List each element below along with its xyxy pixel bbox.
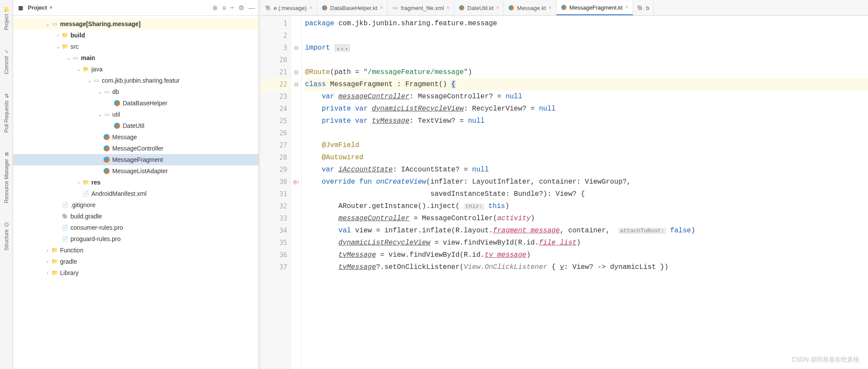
code-line[interactable]: @JvmField (305, 139, 868, 151)
code-line[interactable]: @Autowired (305, 151, 868, 164)
line-number[interactable]: 30 (261, 176, 291, 188)
line-number[interactable]: 35 (261, 237, 291, 249)
tree-node-java[interactable]: ⌄📁java (13, 64, 258, 75)
code-line[interactable]: private var tvMessage: TextView? = null (305, 115, 868, 127)
gutter-mark[interactable]: ◎↑ (291, 176, 301, 188)
line-number[interactable]: 29 (261, 164, 291, 176)
tool-window-commit[interactable]: Commit✓ (3, 46, 10, 77)
line-number[interactable]: 24 (261, 103, 291, 115)
expand-arrow-icon[interactable]: ⌄ (97, 89, 103, 95)
toolbar-icon-4[interactable]: — (248, 4, 255, 12)
expand-arrow-icon[interactable]: ⌄ (65, 55, 71, 61)
project-view-selector[interactable]: ▦ Project ▼ (17, 4, 210, 12)
gutter-mark[interactable] (291, 212, 301, 225)
expand-arrow-icon[interactable]: › (44, 270, 50, 275)
tree-node-main[interactable]: ⌄▭main (13, 52, 258, 64)
line-number[interactable]: 33 (261, 212, 291, 225)
code-line[interactable]: import ... (305, 42, 868, 54)
gutter-mark[interactable] (291, 30, 301, 42)
expand-arrow-icon[interactable]: ⌄ (97, 112, 103, 117)
code-line[interactable]: messageController = MessageController(ac… (305, 212, 868, 225)
code-line[interactable]: class MessageFragment : Fragment() { (305, 78, 868, 91)
expand-arrow-icon[interactable]: ⌄ (86, 78, 92, 84)
tree-node-library[interactable]: ›📁Library (13, 267, 258, 278)
gutter-mark[interactable] (291, 164, 301, 176)
gutter-mark[interactable]: ⊟ (291, 42, 301, 54)
line-number[interactable]: 28 (261, 151, 291, 164)
expand-arrow-icon[interactable]: ⌄ (76, 67, 82, 72)
code-line[interactable]: override fun onCreateView(inflater: Layo… (305, 176, 868, 188)
tree-node-build[interactable]: ›📁build (13, 30, 258, 41)
tree-node-util[interactable]: ⌄▭util (13, 109, 258, 120)
tree-node--gitignore[interactable]: 📄.gitignore (13, 199, 258, 211)
tab-messagefragment-kt[interactable]: MessageFragment.kt× (556, 0, 633, 15)
code-line[interactable]: dynamicListRecycleView = view.findViewBy… (305, 237, 868, 249)
code-line[interactable]: private var dynamicListRecycleView: Recy… (305, 103, 868, 115)
tab-databasehelper-kt[interactable]: DataBaseHelper.kt× (317, 0, 388, 15)
tree-node-src[interactable]: ⌄📁src (13, 41, 258, 52)
expand-arrow-icon[interactable]: › (55, 33, 61, 38)
tab-e-message-[interactable]: 🐘e (:message)× (261, 0, 317, 15)
expand-arrow-icon[interactable]: › (44, 248, 50, 253)
tree-node-com-jkb-junbin-sharing-featur[interactable]: ⌄▭com.jkb.junbin.sharing.featur (13, 75, 258, 86)
gutter-mark[interactable] (291, 54, 301, 66)
tree-node-messagelistadapter[interactable]: MessageListAdapter (13, 165, 258, 177)
tree-node-db[interactable]: ⌄▭db (13, 86, 258, 97)
gutter-mark[interactable] (291, 17, 301, 30)
project-tree[interactable]: ⌄▭message [Sharing.message]›📁build⌄📁src⌄… (13, 16, 258, 369)
toolbar-icon-3[interactable]: ⚙ (238, 4, 244, 12)
tree-node-function[interactable]: ›📁Function (13, 245, 258, 256)
gutter-mark[interactable] (291, 127, 301, 139)
close-icon[interactable]: × (446, 5, 449, 11)
line-number[interactable]: 25 (261, 115, 291, 127)
tab-b[interactable]: 🐘b (633, 0, 654, 15)
code-line[interactable]: tvMessage?.setOnClickListener(View.OnCli… (305, 261, 868, 273)
line-number[interactable]: 26 (261, 127, 291, 139)
line-number[interactable]: 3 (261, 42, 291, 54)
code-line[interactable]: var iAccountState: IAccountState? = null (305, 164, 868, 176)
toolbar-icon-1[interactable]: ≡ (222, 4, 226, 12)
line-number[interactable]: 34 (261, 225, 291, 237)
gutter-mark[interactable]: ⊟ (291, 66, 301, 78)
line-number[interactable]: 23 (261, 91, 291, 103)
line-number[interactable]: 32 (261, 200, 291, 212)
close-icon[interactable]: × (496, 5, 499, 11)
line-number[interactable]: 22 (261, 78, 291, 91)
tab-fragment-file-xml[interactable]: <>fragment_file.xml× (388, 0, 454, 15)
code-line[interactable] (305, 127, 868, 139)
line-number[interactable]: 21 (261, 66, 291, 78)
tab-dateutil-kt[interactable]: DateUtil.kt× (454, 0, 504, 15)
tree-node-res[interactable]: ›📁res (13, 177, 258, 188)
tree-node-proguard-rules-pro[interactable]: 📄proguard-rules.pro (13, 233, 258, 245)
close-icon[interactable]: × (309, 5, 312, 11)
tree-node-databasehelper[interactable]: DataBaseHelper (13, 97, 258, 109)
gutter-mark[interactable] (291, 91, 301, 103)
gutter-mark[interactable] (291, 225, 301, 237)
gutter-mark[interactable] (291, 115, 301, 127)
tree-node-consumer-rules-pro[interactable]: 📄consumer-rules.pro (13, 222, 258, 233)
code-line[interactable]: var messageController: MessageController… (305, 91, 868, 103)
tree-node-messagefragment[interactable]: MessageFragment (13, 154, 258, 165)
tool-window-resource-manager[interactable]: Resource Manager≣ (3, 148, 10, 206)
gutter-marks[interactable]: ⊟⊟⊟◎↑ (291, 16, 302, 369)
expand-arrow-icon[interactable]: › (76, 180, 82, 185)
expand-arrow-icon[interactable]: › (44, 259, 50, 264)
gutter-mark[interactable] (291, 200, 301, 212)
code-line[interactable]: ARouter.getInstance().inject( thiz: this… (305, 200, 868, 212)
close-icon[interactable]: × (380, 5, 383, 11)
gutter-mark[interactable] (291, 249, 301, 261)
tree-node-dateutil[interactable]: DateUtil (13, 120, 258, 131)
line-number-gutter[interactable]: 123202122232425262728293031323334353637 (261, 16, 291, 369)
tree-node-build-gradle[interactable]: 🐘build.gradle (13, 211, 258, 222)
tree-node-messagecontroller[interactable]: MessageController (13, 143, 258, 154)
code-line[interactable]: savedInstanceState: Bundle?): View? { (305, 188, 868, 200)
tool-window-structure[interactable]: Structure⌬ (3, 219, 10, 253)
gutter-mark[interactable] (291, 151, 301, 164)
code-line[interactable]: @Route(path = "/messageFeature/message") (305, 66, 868, 78)
code-line[interactable] (305, 30, 868, 42)
line-number[interactable]: 20 (261, 54, 291, 66)
tree-node-gradle[interactable]: ›📁gradle (13, 256, 258, 267)
gutter-mark[interactable]: ⊟ (291, 78, 301, 91)
tree-node-message[interactable]: ⌄▭message [Sharing.message] (13, 18, 258, 30)
line-number[interactable]: 37 (261, 261, 291, 273)
